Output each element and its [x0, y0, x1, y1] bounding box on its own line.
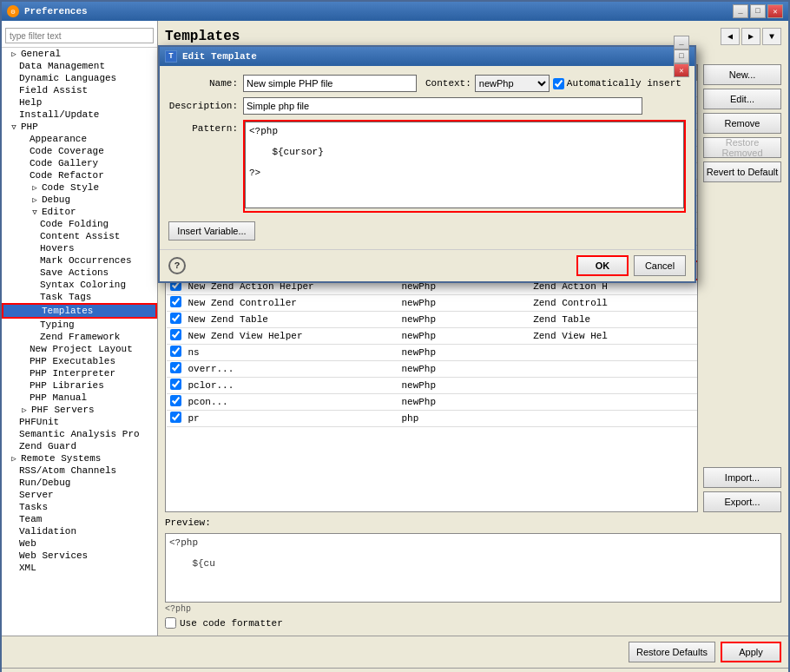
sidebar-item-code-coverage[interactable]: Code Coverage	[2, 145, 157, 157]
row-checkbox[interactable]	[170, 329, 181, 340]
pattern-textarea[interactable]: <?php ${cursor} ?>	[245, 122, 684, 208]
table-row[interactable]: pr php	[167, 411, 697, 427]
sidebar-item-remote-systems[interactable]: ▷ Remote Systems	[2, 452, 157, 464]
sidebar-item-debug[interactable]: ▷ Debug	[2, 194, 157, 206]
row-checkbox[interactable]	[170, 313, 181, 324]
row-checkbox[interactable]	[170, 412, 181, 423]
sidebar-item-code-style[interactable]: ▷ Code Style	[2, 181, 157, 194]
dialog-maximize-button[interactable]: □	[674, 49, 689, 63]
close-button[interactable]: ✕	[767, 4, 783, 18]
row-name: overr...	[185, 361, 398, 378]
sidebar-item-php-executables[interactable]: PHP Executables	[2, 355, 157, 367]
sidebar-item-appearance[interactable]: Appearance	[2, 133, 157, 145]
sidebar-item-phpfunit[interactable]: PHFUnit	[2, 416, 157, 428]
table-row[interactable]: overr... newPhp	[167, 361, 697, 378]
use-code-formatter-checkbox[interactable]	[165, 617, 176, 629]
sidebar-item-server[interactable]: Server	[2, 489, 157, 501]
import-button[interactable]: Import...	[703, 467, 781, 488]
sidebar-item-code-gallery[interactable]: Code Gallery	[2, 157, 157, 169]
sidebar-item-typing[interactable]: Typing	[2, 319, 157, 331]
sidebar-item-php-manual[interactable]: PHP Manual	[2, 392, 157, 404]
maximize-button[interactable]: □	[750, 4, 766, 18]
sidebar-item-code-refactor[interactable]: Code Refactor	[2, 169, 157, 181]
help-icon[interactable]: ?	[168, 257, 186, 274]
revert-to-default-button[interactable]: Revert to Default	[703, 161, 781, 182]
minimize-button[interactable]: _	[733, 4, 748, 18]
sidebar-item-phf-servers[interactable]: ▷ PHF Servers	[2, 404, 157, 416]
sidebar-item-task-tags[interactable]: Task Tags	[2, 291, 157, 303]
sidebar-item-label: Zend Guard	[19, 441, 76, 451]
sidebar-item-web-services[interactable]: Web Services	[2, 550, 157, 562]
sidebar-item-install-update[interactable]: Install/Update	[2, 109, 157, 121]
sidebar-item-team[interactable]: Team	[2, 513, 157, 525]
table-row[interactable]: pcon... newPhp	[167, 394, 697, 411]
dialog-close-button[interactable]: ✕	[674, 63, 689, 77]
restore-removed-button[interactable]: Restore Removed	[703, 137, 781, 158]
sidebar-item-dynamic-languages[interactable]: Dynamic Languages	[2, 72, 157, 84]
sidebar-item-php-interpreter[interactable]: PHP Interpreter	[2, 367, 157, 379]
dropdown-button[interactable]: ▼	[762, 28, 781, 45]
edit-button[interactable]: Edit...	[703, 89, 781, 109]
dialog-footer: ? OK Cancel	[160, 249, 695, 281]
sidebar-item-run-debug[interactable]: Run/Debug	[2, 477, 157, 489]
sidebar-item-label: Server	[19, 490, 54, 500]
sidebar-item-semantic-analysis[interactable]: Semantic Analysis Pro	[2, 428, 157, 440]
dialog-ok-button[interactable]: OK	[576, 255, 629, 276]
row-checkbox[interactable]	[170, 296, 181, 307]
sidebar-item-content-assist[interactable]: Content Assist	[2, 230, 157, 242]
sidebar-item-save-actions[interactable]: Save Actions	[2, 267, 157, 279]
sidebar-item-web[interactable]: Web	[2, 537, 157, 550]
insert-variable-button[interactable]: Insert Variable...	[168, 221, 255, 240]
row-checkbox[interactable]	[170, 395, 181, 406]
sidebar-item-new-project-layout[interactable]: New Project Layout	[2, 343, 157, 355]
sidebar-item-templates[interactable]: Templates	[2, 303, 157, 319]
dialog-cancel-button[interactable]: Cancel	[634, 255, 686, 276]
sidebar-item-hovers[interactable]: Hovers	[2, 242, 157, 254]
row-checkbox-cell	[167, 345, 185, 361]
sidebar-item-syntax-coloring[interactable]: Syntax Coloring	[2, 279, 157, 291]
sidebar-item-validation[interactable]: Validation	[2, 525, 157, 537]
sidebar-item-data-management[interactable]: Data Management	[2, 60, 157, 72]
sidebar-item-label: Code Coverage	[30, 146, 104, 156]
sidebar-item-rss[interactable]: RSS/Atom Channels	[2, 464, 157, 477]
sidebar-item-editor[interactable]: ▽ Editor	[2, 206, 157, 218]
sidebar-item-label: Web	[19, 538, 36, 549]
sidebar-item-code-folding[interactable]: Code Folding	[2, 218, 157, 230]
table-row[interactable]: New Zend Controller newPhp Zend Controll	[167, 295, 697, 312]
restore-defaults-button[interactable]: Restore Defaults	[629, 642, 715, 662]
new-button[interactable]: New...	[703, 64, 781, 85]
dialog-minimize-button[interactable]: _	[674, 36, 689, 49]
apply-button[interactable]: Apply	[721, 642, 781, 662]
table-row[interactable]: New Zend Table newPhp Zend Table	[167, 312, 697, 328]
row-checkbox[interactable]	[170, 379, 181, 390]
sidebar-item-xml[interactable]: XML	[2, 562, 157, 574]
table-row[interactable]: New Zend View Helper newPhp Zend View He…	[167, 328, 697, 345]
remove-button[interactable]: Remove	[703, 113, 781, 134]
auto-insert-checkbox[interactable]	[553, 78, 564, 89]
sidebar-item-help[interactable]: Help	[2, 96, 157, 109]
row-checkbox[interactable]	[170, 362, 181, 373]
sidebar-item-zend-guard[interactable]: Zend Guard	[2, 440, 157, 452]
description-input[interactable]	[243, 97, 642, 115]
preview-content: <?php ${cu	[169, 537, 215, 569]
name-input[interactable]	[243, 75, 417, 92]
context-select[interactable]: newPhp php phpcomment	[475, 75, 550, 92]
table-row[interactable]: pclor... newPhp	[167, 378, 697, 394]
nav-buttons: ◀ ▶ ▼	[721, 28, 781, 45]
sidebar-item-mark-occurrences[interactable]: Mark Occurrences	[2, 254, 157, 267]
forward-button[interactable]: ▶	[741, 28, 760, 45]
table-row[interactable]: ns newPhp	[167, 345, 697, 361]
pattern-label: Pattern:	[168, 123, 238, 134]
row-checkbox[interactable]	[170, 346, 181, 357]
back-button[interactable]: ◀	[721, 28, 740, 45]
sidebar-item-tasks[interactable]: Tasks	[2, 501, 157, 513]
row-checkbox-cell	[167, 411, 185, 427]
sidebar-item-zend-framework[interactable]: Zend Framework	[2, 331, 157, 343]
sidebar-item-php-libraries[interactable]: PHP Libraries	[2, 379, 157, 392]
sidebar-item-general[interactable]: ▷ General	[2, 48, 157, 60]
filter-input[interactable]	[5, 28, 154, 43]
row-description: Zend Table	[530, 312, 696, 328]
sidebar-item-field-assist[interactable]: Field Assist	[2, 84, 157, 96]
sidebar-item-php[interactable]: ▽ PHP	[2, 121, 157, 133]
export-button[interactable]: Export...	[703, 491, 781, 512]
